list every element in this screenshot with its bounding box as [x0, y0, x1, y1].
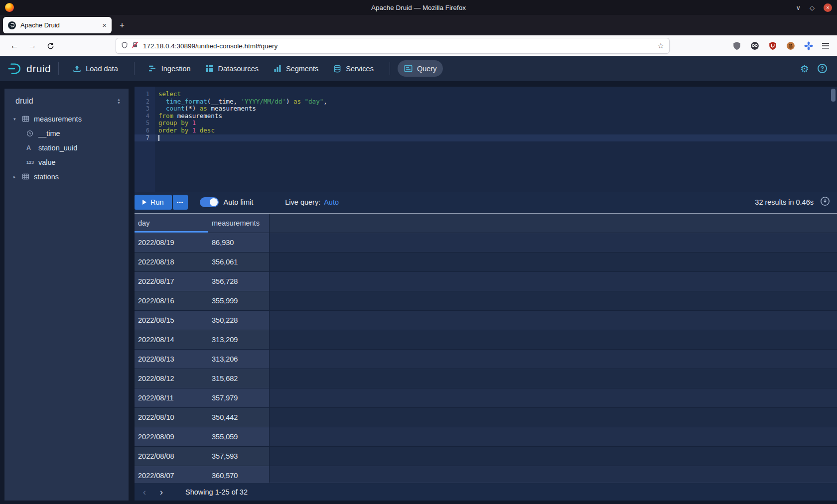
column-header-measurements[interactable]: measurements — [208, 214, 270, 233]
tree-item-measurements[interactable]: ▾measurements — [4, 112, 129, 126]
druid-logo[interactable]: druid — [7, 61, 51, 76]
text-cursor — [158, 135, 159, 141]
reload-button[interactable] — [43, 38, 58, 53]
table-cell[interactable]: 313,206 — [208, 350, 270, 369]
nav-label: Query — [417, 65, 437, 73]
table-cell[interactable]: 315,682 — [208, 369, 270, 388]
code-line-1[interactable]: 1select — [135, 91, 837, 98]
avatar-extension-icon[interactable] — [748, 40, 761, 52]
tracking-shield-icon[interactable] — [121, 41, 128, 51]
table-cell[interactable]: 355,999 — [208, 291, 270, 310]
table-row: 2022/08/15350,228 — [135, 311, 837, 330]
code-text: order by 1 desc — [155, 127, 215, 134]
table-cell[interactable]: 357,979 — [208, 388, 270, 407]
monkey-extension-icon[interactable] — [784, 40, 797, 52]
editor-scrollbar-thumb[interactable] — [831, 89, 836, 102]
insecure-lock-icon[interactable] — [132, 41, 139, 50]
tree-item-value[interactable]: 123value — [4, 155, 129, 169]
nav-datasources[interactable]: Datasources — [199, 61, 265, 77]
row-filler — [270, 272, 837, 291]
window-maximize-icon[interactable]: ◇ — [810, 4, 815, 11]
settings-gear-icon[interactable]: ⚙ — [800, 64, 809, 74]
tree-item-__time[interactable]: __time — [4, 126, 129, 140]
menu-icon[interactable] — [819, 40, 832, 52]
pinwheel-extension-icon[interactable] — [802, 40, 815, 52]
nav-load-data[interactable]: Load data — [66, 60, 125, 77]
download-results-icon[interactable] — [820, 196, 830, 208]
table-cell[interactable]: 2022/08/10 — [135, 408, 208, 427]
schema-title: druid — [15, 97, 33, 106]
auto-limit-toggle[interactable] — [200, 197, 219, 207]
table-cell[interactable]: 2022/08/17 — [135, 272, 208, 291]
line-number: 4 — [135, 113, 155, 120]
run-more-button[interactable]: ••• — [173, 195, 188, 210]
table-cell[interactable]: 86,930 — [208, 233, 270, 252]
table-cell[interactable]: 355,059 — [208, 427, 270, 446]
previous-page-icon[interactable]: ‹ — [138, 485, 151, 499]
table-cell[interactable]: 2022/08/16 — [135, 291, 208, 310]
code-line-4[interactable]: 4from measurements — [135, 113, 837, 120]
row-filler — [270, 388, 837, 407]
table-cell[interactable]: 313,209 — [208, 330, 270, 349]
code-line-3[interactable]: 3 count(*) as measurements — [135, 105, 837, 113]
table-cell[interactable]: 2022/08/19 — [135, 233, 208, 252]
back-button[interactable]: ← — [7, 38, 22, 53]
code-text — [155, 134, 159, 142]
chevron-down-icon[interactable]: ▾ — [13, 117, 22, 122]
table-cell[interactable]: 2022/08/15 — [135, 311, 208, 330]
table-cell[interactable]: 2022/08/14 — [135, 330, 208, 349]
next-page-icon[interactable]: › — [154, 485, 168, 499]
column-header-day[interactable]: day — [135, 214, 208, 233]
bookmark-star-icon[interactable]: ☆ — [658, 41, 664, 50]
nav-query[interactable]: Query — [398, 60, 443, 77]
code-text: group by 1 — [155, 120, 196, 127]
url-text[interactable]: 172.18.0.4:30899/unified-console.html#qu… — [143, 42, 658, 50]
query-icon — [404, 64, 413, 73]
table-cell[interactable]: 350,442 — [208, 408, 270, 427]
table-cell[interactable]: 2022/08/18 — [135, 252, 208, 271]
table-cell[interactable]: 2022/08/13 — [135, 350, 208, 369]
chevron-right-icon[interactable]: ▸ — [13, 174, 22, 179]
table-cell[interactable]: 2022/08/09 — [135, 427, 208, 446]
nav-ingestion[interactable]: Ingestion — [142, 60, 197, 77]
table-cell[interactable]: 2022/08/08 — [135, 447, 208, 466]
nav-services[interactable]: Services — [327, 61, 380, 77]
code-line-2[interactable]: 2 time_format(__time, 'YYYY/MM/dd') as "… — [135, 98, 837, 106]
new-tab-button[interactable]: + — [116, 19, 129, 32]
table-cell[interactable]: 350,228 — [208, 311, 270, 330]
sql-editor[interactable]: 1select2 time_format(__time, 'YYYY/MM/dd… — [135, 87, 837, 192]
url-bar[interactable]: 172.18.0.4:30899/unified-console.html#qu… — [116, 38, 669, 53]
forward-button[interactable]: → — [25, 38, 40, 53]
nav-label: Services — [346, 65, 374, 73]
pagination-label: Showing 1-25 of 32 — [185, 488, 248, 496]
table-cell[interactable]: 356,728 — [208, 272, 270, 291]
browser-tab[interactable]: Apache Druid × — [3, 17, 112, 33]
code-line-5[interactable]: 5group by 1 — [135, 120, 837, 127]
table-cell[interactable]: 2022/08/11 — [135, 388, 208, 407]
code-text: from measurements — [155, 113, 222, 120]
table-cell[interactable]: 356,061 — [208, 252, 270, 271]
live-query-value[interactable]: Auto — [324, 198, 339, 206]
code-line-6[interactable]: 6order by 1 desc — [135, 127, 837, 134]
ublock-origin-icon[interactable] — [766, 40, 779, 52]
tree-item-station_uuid[interactable]: Astation_uuid — [4, 140, 129, 155]
tab-close-icon[interactable]: × — [102, 21, 107, 29]
window-close-icon[interactable]: × — [824, 3, 832, 12]
table-cell[interactable]: 360,570 — [208, 466, 270, 483]
table-icon — [22, 173, 33, 180]
schema-selector-caret-icon[interactable]: ▲▼ — [117, 98, 121, 105]
nav-segments[interactable]: Segments — [267, 61, 325, 77]
tree-item-label: value — [38, 158, 56, 166]
run-button[interactable]: Run — [135, 195, 172, 210]
code-line-7[interactable]: 7 — [135, 134, 837, 142]
table-cell[interactable]: 2022/08/07 — [135, 466, 208, 483]
druid-header: druid Load data Ingestion Datasources Se… — [0, 56, 837, 81]
window-minimize-icon[interactable]: ∨ — [796, 4, 801, 11]
help-icon[interactable]: ? — [818, 64, 827, 73]
tree-item-stations[interactable]: ▸stations — [4, 169, 129, 184]
row-filler — [270, 408, 837, 427]
line-number: 5 — [135, 120, 155, 127]
table-cell[interactable]: 2022/08/12 — [135, 369, 208, 388]
table-cell[interactable]: 357,593 — [208, 447, 270, 466]
privacy-shield-extension-icon[interactable] — [730, 40, 743, 52]
